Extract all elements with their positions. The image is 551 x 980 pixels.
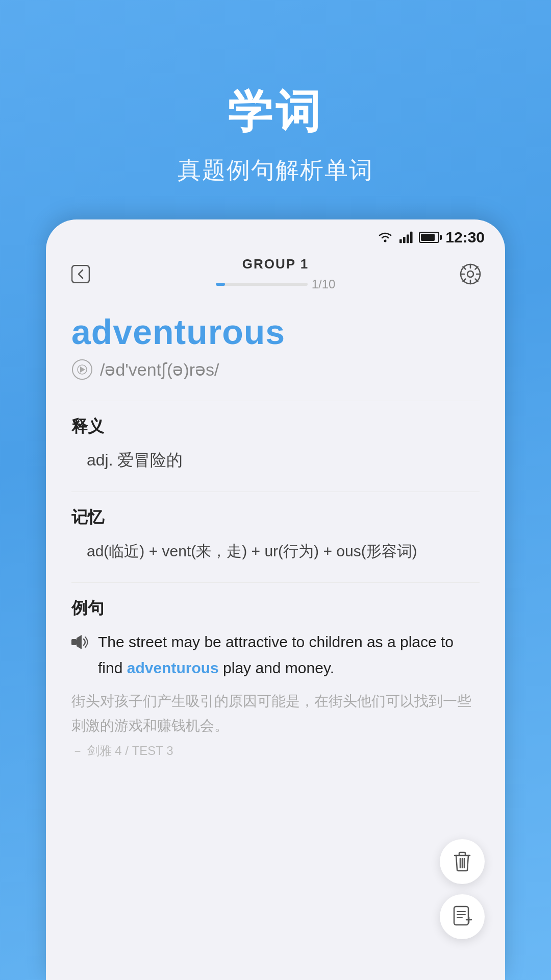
example-block: The street may be attractive to children…: [71, 629, 480, 759]
example-label: 例句: [71, 597, 480, 620]
definition-content: adj. 爱冒险的: [71, 447, 480, 473]
memory-content: ad(临近) + vent(来，走) + ur(行为) + ous(形容词): [71, 538, 480, 564]
svg-rect-22: [454, 906, 468, 925]
svg-rect-4: [410, 232, 413, 243]
word-section: adventurous /əd'ventʃ(ə)rəs/ 释义 adj. 爱冒险…: [46, 302, 505, 759]
settings-button[interactable]: [456, 260, 485, 288]
memory-label: 记忆: [71, 506, 480, 529]
audio-icon: [71, 359, 93, 380]
progress-container: 1/10: [216, 277, 336, 291]
svg-rect-3: [407, 234, 409, 243]
group-label: GROUP 1: [242, 256, 309, 272]
add-note-icon: [452, 905, 472, 928]
example-audio-button[interactable]: [71, 632, 90, 658]
phonetic-text: /əd'ventʃ(ə)rəs/: [100, 359, 219, 380]
word-text: adventurous: [71, 312, 480, 352]
divider-3: [71, 582, 480, 583]
example-source: － 剑雅 4 / TEST 3: [71, 743, 480, 759]
status-icons: 12:30: [377, 229, 485, 246]
battery-icon: [419, 232, 439, 243]
header-section: 学词 真题例句解析单词: [0, 0, 551, 217]
example-text: The street may be attractive to children…: [98, 629, 480, 681]
float-buttons: [440, 839, 485, 939]
svg-line-15: [463, 279, 466, 281]
status-bar: 12:30: [46, 219, 505, 251]
svg-rect-18: [71, 639, 77, 645]
add-note-button[interactable]: [440, 894, 485, 939]
settings-icon: [459, 263, 482, 285]
progress-count: 1/10: [312, 277, 336, 291]
progress-bar-fill: [216, 283, 225, 286]
svg-rect-5: [72, 265, 89, 283]
divider-1: [71, 401, 480, 401]
phonetic-row: /əd'ventʃ(ə)rəs/: [71, 359, 480, 380]
progress-bar: [216, 283, 308, 286]
example-en-row: The street may be attractive to children…: [71, 629, 480, 681]
phone-frame: 12:30 GROUP 1 1/10: [46, 219, 505, 980]
audio-button[interactable]: [71, 359, 93, 380]
nav-center: GROUP 1 1/10: [216, 256, 336, 291]
example-cn: 街头对孩子们产生吸引的原因可能是，在街头他们可以找到一些刺激的游戏和赚钱机会。: [71, 689, 480, 738]
page-title: 学词: [0, 82, 551, 142]
divider-2: [71, 492, 480, 492]
back-button[interactable]: [66, 260, 95, 288]
svg-rect-1: [399, 239, 402, 243]
svg-point-0: [384, 240, 387, 242]
trash-icon: [452, 850, 472, 873]
signal-icon: [399, 231, 413, 243]
back-icon: [71, 265, 90, 283]
svg-line-12: [463, 266, 466, 269]
nav-bar: GROUP 1 1/10: [46, 251, 505, 302]
definition-label: 释义: [71, 415, 480, 438]
svg-rect-2: [403, 237, 406, 243]
wifi-icon: [377, 231, 393, 243]
svg-line-14: [475, 266, 478, 269]
svg-line-13: [475, 279, 478, 281]
speaker-icon: [71, 634, 90, 650]
status-time: 12:30: [445, 229, 485, 246]
svg-point-7: [467, 271, 473, 277]
delete-button[interactable]: [440, 839, 485, 884]
page-subtitle: 真题例句解析单词: [0, 155, 551, 186]
example-highlight: adventurous: [127, 659, 219, 676]
